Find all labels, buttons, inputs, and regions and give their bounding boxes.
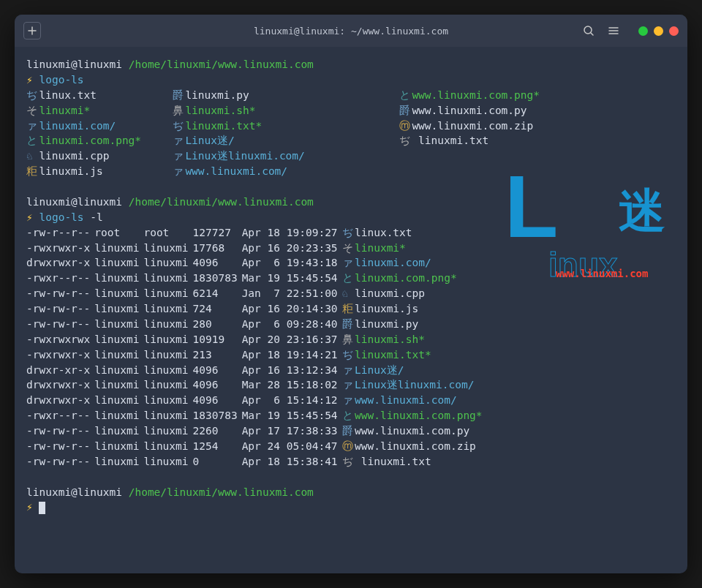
table-row: -rwxr--r--linuxmilinuxmi1830783Mar 19 15… xyxy=(26,271,487,286)
owner: linuxmi xyxy=(94,347,143,363)
menu-icon[interactable] xyxy=(606,23,621,38)
group: linuxmi xyxy=(143,439,192,454)
size: 1830783 xyxy=(193,408,242,423)
ls-item xyxy=(399,148,676,164)
size: 10919 xyxy=(193,332,242,347)
file-icon: 鼻 xyxy=(173,103,185,118)
file-icon: ァ xyxy=(342,393,355,408)
perm: -rw-rw-r-- xyxy=(26,301,94,317)
table-row: -rwxrwxr-xlinuxmilinuxmi213Apr 18 19:14:… xyxy=(26,347,487,363)
file-cell: ァlinuxmi.com/ xyxy=(342,255,487,271)
group: linuxmi xyxy=(143,363,192,378)
file-cell: ァLinux迷linuxmi.com/ xyxy=(342,377,487,393)
perm: -rwxr--r-- xyxy=(26,408,94,423)
ls-item: ♘linuxmi.cpp xyxy=(26,148,173,164)
file-name: linuxmi.txt* xyxy=(185,120,262,132)
date: Apr 6 09:28:40 xyxy=(242,317,342,332)
group: linuxmi xyxy=(143,241,192,256)
date: Apr 18 15:38:41 xyxy=(242,454,342,470)
group: linuxmi xyxy=(143,454,192,470)
titlebar: linuxmi@linuxmi: ~/www.linuxmi.com xyxy=(15,15,687,47)
new-tab-button[interactable] xyxy=(23,22,41,39)
date: Apr 18 19:09:27 xyxy=(242,225,342,241)
owner: linuxmi xyxy=(94,454,143,470)
file-name: www.linuxmi.com/ xyxy=(185,165,287,177)
owner: linuxmi xyxy=(94,363,143,378)
file-name: linuxmi.py xyxy=(355,318,418,330)
perm: drwxrwxr-x xyxy=(26,255,94,271)
file-cell: ぢlinuxmi.txt* xyxy=(342,347,487,363)
file-cell: 爵www.linuxmi.com.py xyxy=(342,423,487,439)
file-name: Linux迷linuxmi.com/ xyxy=(355,379,474,391)
file-icon: と xyxy=(342,271,355,286)
ls-item xyxy=(399,164,676,179)
table-row: -rw-rw-r--linuxmilinuxmi0Apr 18 15:38:41… xyxy=(26,454,487,470)
file-name: www.linuxmi.com.py xyxy=(355,425,469,437)
group: linuxmi xyxy=(143,301,192,317)
file-name: linuxmi.sh* xyxy=(185,105,255,116)
close-button[interactable] xyxy=(669,26,679,36)
ls-long-output: -rw-r--r--rootroot127727Apr 18 19:09:27ぢ… xyxy=(26,225,487,470)
size: 2260 xyxy=(193,423,242,439)
date: Apr 20 23:16:37 xyxy=(242,332,342,347)
file-cell: ぢ linuxmi.txt xyxy=(342,454,487,470)
perm: -rw-rw-r-- xyxy=(26,439,94,454)
maximize-button[interactable] xyxy=(654,26,663,36)
ls-item: ァlinuxmi.com/ xyxy=(26,118,173,134)
size: 4096 xyxy=(193,377,242,393)
file-cell: ⓜwww.linuxmi.com.zip xyxy=(342,439,487,454)
file-name: linuxmi* xyxy=(355,242,406,254)
owner: linuxmi xyxy=(94,301,143,317)
ls-item: そlinuxmi* xyxy=(26,103,173,118)
size: 0 xyxy=(193,454,242,470)
command-line: ⚡ logo-ls -l xyxy=(26,210,676,225)
owner: linuxmi xyxy=(94,393,143,408)
search-icon[interactable] xyxy=(581,23,596,38)
file-icon: ぢ xyxy=(342,347,355,363)
perm: drwxrwxr-x xyxy=(26,377,94,393)
file-icon: と xyxy=(342,408,355,423)
file-cell: ♘linuxmi.cpp xyxy=(342,286,487,301)
terminal-body[interactable]: L 迷 inux www.linuxmi.com linuxmi@linuxmi… xyxy=(15,47,687,573)
file-name: linuxmi.com/ xyxy=(39,120,116,132)
file-icon: そ xyxy=(26,103,39,118)
perm: -rw-rw-r-- xyxy=(26,423,94,439)
file-icon: 鼻 xyxy=(342,332,355,347)
ls-item: ァLinux迷linuxmi.com/ xyxy=(173,148,399,164)
perm: -rwxrwxrwx xyxy=(26,332,94,347)
file-cell: 鼻linuxmi.sh* xyxy=(342,332,487,347)
file-name: linuxmi.txt* xyxy=(355,349,431,361)
group: linuxmi xyxy=(143,423,192,439)
ls-item: ⓜwww.linuxmi.com.zip xyxy=(399,118,676,134)
file-icon: と xyxy=(26,133,39,148)
size: 724 xyxy=(193,301,242,317)
file-cell: 爵linuxmi.py xyxy=(342,317,487,332)
minimize-button[interactable] xyxy=(638,26,648,36)
file-icon: 爵 xyxy=(342,317,355,332)
file-icon: と xyxy=(399,88,412,103)
ls-item: ぢlinux.txt xyxy=(26,88,173,103)
size: 6214 xyxy=(193,286,242,301)
date: Apr 16 20:14:30 xyxy=(242,301,342,317)
table-row: -rwxrwxr-xlinuxmilinuxmi17768Apr 16 20:2… xyxy=(26,241,487,256)
owner: linuxmi xyxy=(94,241,143,256)
table-row: -rw-rw-r--linuxmilinuxmi724Apr 16 20:14:… xyxy=(26,301,487,317)
owner: linuxmi xyxy=(94,423,143,439)
window-title: linuxmi@linuxmi: ~/www.linuxmi.com xyxy=(254,26,448,37)
file-name: Linux迷/ xyxy=(185,135,234,146)
ls-item: 粔linuxmi.js xyxy=(26,164,173,179)
group: linuxmi xyxy=(143,332,192,347)
file-name: linuxmi.cpp xyxy=(39,150,109,162)
command-line: ⚡ xyxy=(26,500,676,515)
file-name: linuxmi.txt xyxy=(412,135,488,146)
size: 17768 xyxy=(193,241,242,256)
size: 1254 xyxy=(193,439,242,454)
owner: root xyxy=(94,225,143,241)
perm: -rw-r--r-- xyxy=(26,225,94,241)
date: Jan 7 22:51:00 xyxy=(242,286,342,301)
file-icon: ァ xyxy=(173,133,185,148)
file-icon: ぢ xyxy=(399,133,412,148)
ls-item: とwww.linuxmi.com.png* xyxy=(399,88,676,103)
file-icon: 粔 xyxy=(342,301,355,317)
table-row: -rwxrwxrwxlinuxmilinuxmi10919Apr 20 23:1… xyxy=(26,332,487,347)
